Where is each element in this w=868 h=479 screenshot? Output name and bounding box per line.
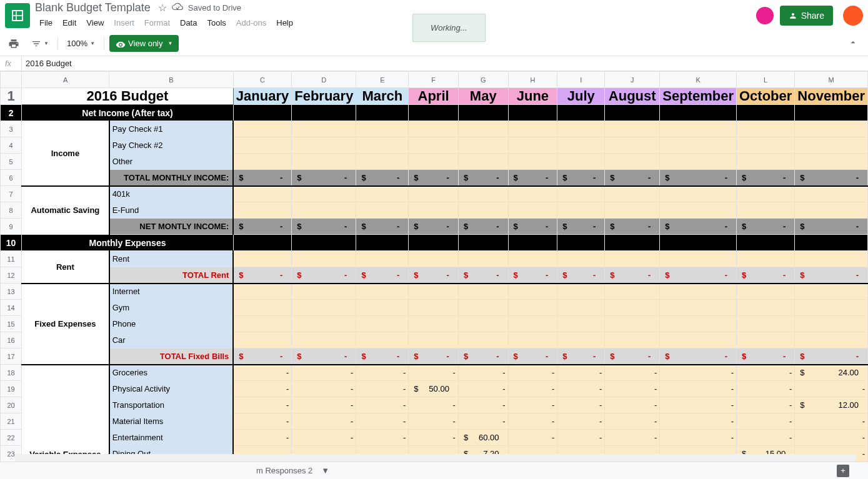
row-header[interactable]: 11 xyxy=(1,251,22,267)
print-icon[interactable] xyxy=(5,35,22,52)
collapse-toolbar-icon[interactable] xyxy=(843,35,863,52)
menu-insert[interactable]: Insert xyxy=(109,16,139,30)
row-header[interactable]: 13 xyxy=(1,284,22,300)
collaborator-avatar[interactable] xyxy=(756,7,774,24)
item-label[interactable]: Entertainment xyxy=(109,430,234,446)
zoom-dropdown[interactable]: 100%▼ xyxy=(63,39,99,48)
row-header[interactable]: 6 xyxy=(1,170,22,186)
col-header[interactable]: E xyxy=(356,72,409,88)
row-header[interactable]: 19 xyxy=(1,381,22,397)
row-header[interactable]: 7 xyxy=(1,186,22,202)
col-header[interactable]: L xyxy=(736,72,794,88)
item-label[interactable]: Gym xyxy=(109,300,234,316)
row-header[interactable]: 8 xyxy=(1,202,22,219)
row-header[interactable]: 12 xyxy=(1,267,22,284)
menu-tools[interactable]: Tools xyxy=(202,16,230,30)
category-saving[interactable]: Automatic Saving xyxy=(22,186,109,235)
item-label[interactable]: Groceries xyxy=(109,365,234,381)
row-header[interactable]: 21 xyxy=(1,413,22,430)
fx-label: fx xyxy=(0,59,21,68)
item-label[interactable]: Internet xyxy=(109,284,234,300)
row-header[interactable]: 16 xyxy=(1,332,22,348)
row-header[interactable]: 15 xyxy=(1,316,22,332)
month-header[interactable]: September xyxy=(660,88,737,105)
menu-format[interactable]: Format xyxy=(140,16,174,30)
item-label[interactable]: Other xyxy=(109,154,234,170)
menu-edit[interactable]: Edit xyxy=(58,16,81,30)
month-header[interactable]: January xyxy=(233,88,291,105)
month-header[interactable]: July xyxy=(557,88,605,105)
row-header[interactable]: 4 xyxy=(1,137,22,154)
col-header[interactable]: K xyxy=(660,72,737,88)
row-header[interactable]: 9 xyxy=(1,219,22,235)
filter-dropdown[interactable]: ▼ xyxy=(27,39,52,49)
total-label[interactable]: TOTAL Fixed Bills xyxy=(109,348,234,365)
row-header[interactable]: 18 xyxy=(1,365,22,381)
sheets-logo[interactable] xyxy=(5,3,30,28)
col-header[interactable]: J xyxy=(605,72,660,88)
view-only-button[interactable]: View only▼ xyxy=(109,35,179,52)
menu-view[interactable]: View xyxy=(82,16,108,30)
formula-value[interactable]: 2016 Budget xyxy=(22,59,72,68)
col-header[interactable]: C xyxy=(233,72,291,88)
month-header[interactable]: February xyxy=(292,88,356,105)
menu-addons[interactable]: Add-ons xyxy=(232,16,271,30)
total-label[interactable]: TOTAL Rent xyxy=(109,267,234,284)
row-header[interactable]: 17 xyxy=(1,348,22,365)
item-label[interactable]: Car xyxy=(109,332,234,348)
category-income[interactable]: Income xyxy=(22,121,109,186)
spreadsheet-grid[interactable]: A B C D E F G H I J K L M 1 2016 Budget … xyxy=(0,71,868,462)
working-toast: Working... xyxy=(412,14,486,42)
row-header[interactable]: 14 xyxy=(1,300,22,316)
col-header[interactable]: A xyxy=(22,72,109,88)
row-header[interactable]: 10 xyxy=(1,235,22,251)
row-header[interactable]: 5 xyxy=(1,154,22,170)
row-header[interactable]: 22 xyxy=(1,430,22,446)
menu-data[interactable]: Data xyxy=(176,16,201,30)
item-label[interactable]: Transportation xyxy=(109,397,234,413)
cloud-icon[interactable] xyxy=(172,2,183,14)
row-header[interactable]: 2 xyxy=(1,105,22,121)
month-header[interactable]: May xyxy=(458,88,508,105)
section-header[interactable]: Net Income (After tax) xyxy=(22,105,234,121)
item-label[interactable]: Pay Check #1 xyxy=(109,121,234,137)
month-header[interactable]: October xyxy=(736,88,794,105)
col-header[interactable]: D xyxy=(292,72,356,88)
category-rent[interactable]: Rent xyxy=(22,251,109,284)
category-fixed[interactable]: Fixed Expenses xyxy=(22,284,109,365)
menu-help[interactable]: Help xyxy=(272,16,297,30)
col-header[interactable]: I xyxy=(557,72,605,88)
col-header[interactable]: F xyxy=(409,72,459,88)
total-label[interactable]: NET MONTLY INCOME: xyxy=(109,219,234,235)
item-label[interactable]: Rent xyxy=(109,251,234,267)
row-header[interactable]: 1 xyxy=(1,88,22,105)
row-header[interactable]: 3 xyxy=(1,121,22,137)
star-icon[interactable]: ☆ xyxy=(158,2,167,14)
col-header[interactable]: G xyxy=(458,72,508,88)
item-label[interactable]: 401k xyxy=(109,186,234,202)
month-header[interactable]: April xyxy=(409,88,459,105)
category-variable[interactable]: Variable Expenses xyxy=(22,365,109,462)
col-header[interactable]: B xyxy=(109,72,234,88)
item-label[interactable]: Pay Check #2 xyxy=(109,137,234,154)
section-header[interactable]: Monthly Expenses xyxy=(22,235,234,251)
month-header[interactable]: November xyxy=(795,88,868,105)
share-button[interactable]: Share xyxy=(780,6,833,26)
col-header[interactable]: H xyxy=(508,72,557,88)
total-label[interactable]: TOTAL MONTHLY INCOME: xyxy=(109,170,234,186)
select-all-corner[interactable] xyxy=(1,72,22,88)
item-label[interactable]: E-Fund xyxy=(109,202,234,219)
month-header[interactable]: August xyxy=(605,88,660,105)
col-header[interactable]: M xyxy=(795,72,868,88)
item-label[interactable]: Phone xyxy=(109,316,234,332)
document-title[interactable]: Blank Budget Template xyxy=(35,1,151,14)
account-avatar[interactable] xyxy=(843,6,863,26)
item-label[interactable]: Material Items xyxy=(109,413,234,430)
budget-title-cell[interactable]: 2016 Budget xyxy=(22,88,234,105)
month-header[interactable]: March xyxy=(356,88,409,105)
menu-file[interactable]: File xyxy=(35,16,57,30)
row-header[interactable]: 20 xyxy=(1,397,22,413)
item-label[interactable]: Physical Activity xyxy=(109,381,234,397)
month-header[interactable]: June xyxy=(508,88,557,105)
horizontal-scrollbar[interactable] xyxy=(15,454,856,462)
